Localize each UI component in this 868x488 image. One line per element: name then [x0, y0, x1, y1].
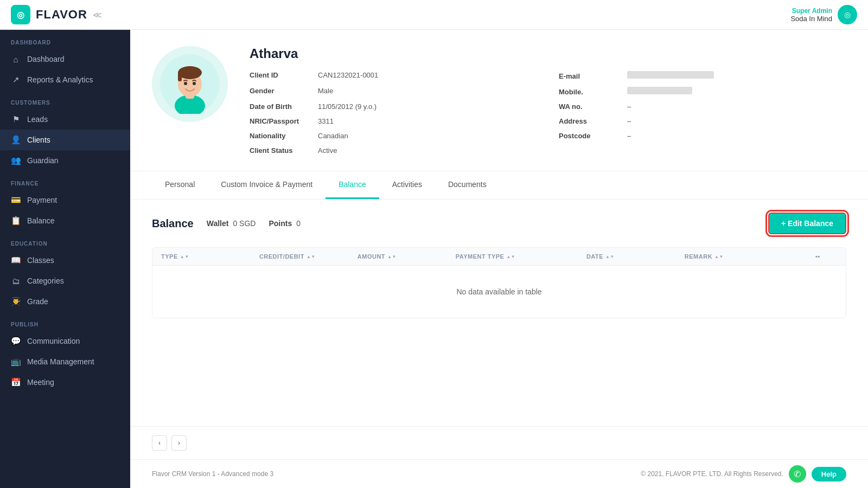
profile-field-gender: Gender Male [250, 87, 537, 96]
tabs-row: Personal Custom Invoice & Payment Balanc… [152, 171, 846, 199]
profile-name: Atharva [250, 46, 846, 61]
sidebar-item-balance[interactable]: 📋 Balance [0, 210, 130, 231]
svg-point-6 [184, 82, 187, 85]
balance-title: Balance [152, 217, 194, 230]
nric-value: 3311 [318, 117, 334, 125]
sidebar: DASHBOARD ⌂ Dashboard ↗ Reports & Analyt… [0, 30, 130, 488]
sort-credit-icon[interactable]: ▲▼ [307, 254, 316, 259]
mobile-label: Mobile. [559, 88, 618, 96]
tab-custom-invoice[interactable]: Custom Invoice & Payment [208, 171, 326, 199]
sidebar-item-dashboard[interactable]: ⌂ Dashboard [0, 49, 130, 69]
status-label: Client Status [250, 146, 309, 155]
sort-type-icon[interactable]: ▲▼ [180, 254, 189, 259]
sidebar-item-clients[interactable]: 👤 Clients [0, 130, 130, 150]
sidebar-label-grade: Grade [27, 297, 48, 306]
profile-field-status: Client Status Active [250, 146, 537, 155]
navbar-right: Super Admin Soda In Mind ◎ [790, 5, 857, 24]
reports-icon: ↗ [11, 75, 21, 85]
footer-copyright: © 2021, FLAVOR PTE. LTD. All Rights Rese… [641, 470, 783, 478]
dob-label: Date of Birth [250, 102, 309, 111]
profile-field-wa: WA no. – [559, 102, 846, 111]
sidebar-section-education: EDUCATION [0, 231, 130, 250]
profile-field-postcode: Postcode – [559, 132, 846, 140]
user-name: Soda In Mind [790, 15, 832, 23]
guardian-icon: 👥 [11, 156, 21, 165]
svg-rect-5 [178, 73, 182, 81]
th-type: TYPE ▲▼ [161, 253, 259, 260]
th-amount: AMOUNT ▲▼ [358, 253, 456, 260]
postcode-label: Postcode [559, 132, 618, 140]
email-label: E-mail [559, 72, 618, 80]
footer-version: Flavor CRM Version 1 - Advanced mode 3 [152, 470, 273, 478]
wallet-label: Wallet [207, 219, 229, 228]
grade-icon: 👨‍🎓 [11, 297, 21, 306]
sidebar-item-media[interactable]: 📺 Media Management [0, 351, 130, 372]
whatsapp-button[interactable]: ✆ [789, 465, 806, 483]
profile-field-client-id: Client ID CAN1232021-0001 [250, 71, 537, 80]
sort-amount-icon[interactable]: ▲▼ [387, 254, 397, 259]
sidebar-label-leads: Leads [27, 115, 48, 124]
email-value [627, 71, 714, 79]
client-id-label: Client ID [250, 71, 309, 79]
sidebar-section-customers: CUSTOMERS [0, 90, 130, 109]
profile-field-email: E-mail [559, 71, 846, 80]
navbar-left: ◎ FLAVOR ≪ [11, 5, 102, 24]
home-icon: ⌂ [11, 54, 21, 64]
sidebar-item-categories[interactable]: 🗂 Categories [0, 271, 130, 291]
sidebar-label-payment: Payment [27, 196, 57, 204]
sidebar-item-payment[interactable]: 💳 Payment [0, 190, 130, 210]
mobile-value [627, 87, 692, 94]
sidebar-label-reports: Reports & Analytics [27, 75, 93, 84]
sidebar-label-meeting: Meeting [27, 378, 54, 387]
next-page-button[interactable]: › [171, 435, 187, 451]
sidebar-item-reports[interactable]: ↗ Reports & Analytics [0, 69, 130, 90]
nric-label: NRIC/Passport [250, 117, 309, 125]
wa-value: – [627, 102, 631, 111]
sort-remark-icon[interactable]: ▲▼ [714, 254, 724, 259]
profile-details: Atharva Client ID CAN1232021-0001 E-mail [250, 46, 846, 155]
nationality-label: Nationality [250, 132, 309, 140]
profile-grid: Client ID CAN1232021-0001 E-mail Ge [250, 71, 846, 155]
communication-icon: 💬 [11, 336, 21, 346]
profile-field-dob: Date of Birth 11/05/2012 (9 y.o.) [250, 102, 537, 111]
th-credit-debit: CREDIT/DEBIT ▲▼ [259, 253, 358, 260]
sidebar-item-guardian[interactable]: 👥 Guardian [0, 150, 130, 171]
meeting-icon: 📅 [11, 377, 21, 387]
prev-page-button[interactable]: ‹ [152, 435, 167, 451]
sidebar-label-media: Media Management [27, 357, 94, 366]
leads-icon: ⚑ [11, 114, 21, 124]
th-actions: •• [815, 253, 837, 260]
profile-field-nationality: Nationality Canadian [250, 132, 537, 140]
gender-value: Male [318, 87, 333, 95]
tab-activities[interactable]: Activities [379, 171, 435, 199]
sidebar-item-grade[interactable]: 👨‍🎓 Grade [0, 291, 130, 312]
sidebar-section-dashboard: DASHBOARD [0, 30, 130, 49]
sidebar-section-finance: FINANCE [0, 171, 130, 190]
address-value: – [627, 117, 631, 125]
sidebar-item-classes[interactable]: 📖 Classes [0, 250, 130, 271]
sidebar-item-leads[interactable]: ⚑ Leads [0, 109, 130, 130]
footer-right: © 2021, FLAVOR PTE. LTD. All Rights Rese… [641, 465, 846, 483]
sidebar-label-dashboard: Dashboard [27, 55, 65, 63]
profile-section: Atharva Client ID CAN1232021-0001 E-mail [130, 30, 868, 171]
tab-personal[interactable]: Personal [152, 171, 208, 199]
sort-payment-icon[interactable]: ▲▼ [506, 254, 515, 259]
balance-header: Balance Wallet 0 SGD Points 0 + Edit Bal… [152, 213, 846, 234]
dob-value: 11/05/2012 (9 y.o.) [318, 102, 376, 111]
nationality-value: Canadian [318, 132, 348, 140]
user-role: Super Admin [790, 7, 832, 15]
sidebar-item-meeting[interactable]: 📅 Meeting [0, 372, 130, 393]
avatar-container [152, 46, 228, 122]
sidebar-collapse-icon[interactable]: ≪ [93, 10, 102, 20]
profile-field-nric: NRIC/Passport 3311 [250, 117, 537, 125]
balance-section: Balance Wallet 0 SGD Points 0 + Edit Bal… [130, 200, 868, 426]
tab-balance[interactable]: Balance [326, 171, 379, 199]
sort-date-icon[interactable]: ▲▼ [605, 254, 615, 259]
status-value: Active [318, 146, 337, 155]
edit-balance-button[interactable]: + Edit Balance [768, 213, 846, 234]
sidebar-label-clients: Clients [27, 136, 50, 144]
classes-icon: 📖 [11, 255, 21, 265]
tab-documents[interactable]: Documents [435, 171, 500, 199]
help-button[interactable]: Help [812, 467, 846, 481]
sidebar-item-communication[interactable]: 💬 Communication [0, 331, 130, 351]
